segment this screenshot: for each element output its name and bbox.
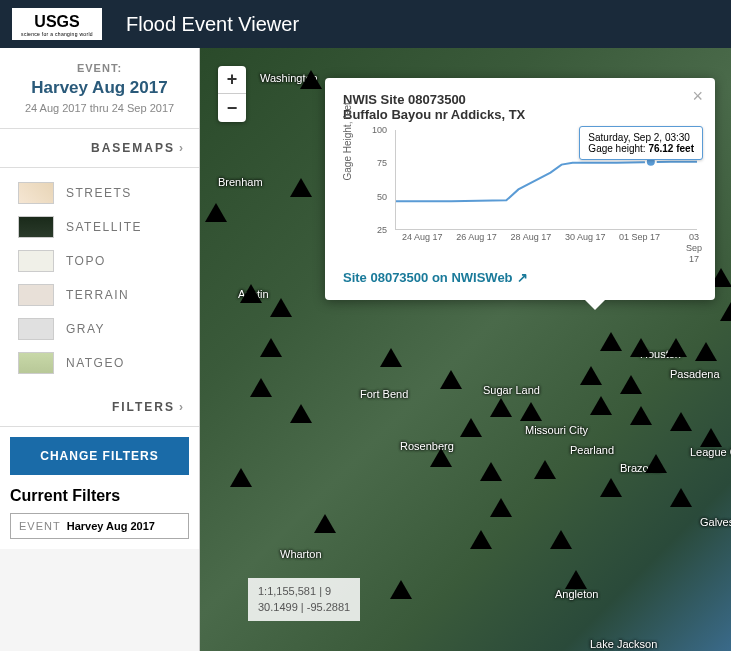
basemap-list: STREETS SATELLITE TOPO TERRAIN GRAY NATG… bbox=[0, 168, 199, 388]
app-header: USGS science for a changing world Flood … bbox=[0, 0, 731, 48]
city-label: Angleton bbox=[555, 588, 598, 600]
swatch-icon bbox=[18, 182, 54, 204]
site-marker-icon[interactable] bbox=[290, 178, 312, 197]
logo-text: USGS bbox=[34, 13, 79, 31]
site-marker-icon[interactable] bbox=[300, 70, 322, 89]
x-ticks: 24 Aug 17 26 Aug 17 28 Aug 17 30 Aug 17 … bbox=[395, 232, 697, 258]
nwisweb-link[interactable]: Site 08073500 on NWISWeb ↗ bbox=[343, 270, 528, 285]
site-marker-icon[interactable] bbox=[230, 468, 252, 487]
popup-subtitle: Buffalo Bayou nr Addicks, TX bbox=[343, 107, 697, 122]
swatch-icon bbox=[18, 284, 54, 306]
site-marker-icon[interactable] bbox=[290, 404, 312, 423]
site-marker-icon[interactable] bbox=[590, 396, 612, 415]
site-marker-icon[interactable] bbox=[670, 412, 692, 431]
site-marker-icon[interactable] bbox=[695, 342, 717, 361]
site-marker-icon[interactable] bbox=[670, 488, 692, 507]
city-label: Sugar Land bbox=[483, 384, 540, 396]
site-marker-icon[interactable] bbox=[630, 338, 652, 357]
basemap-natgeo[interactable]: NATGEO bbox=[0, 346, 199, 380]
current-filters-title: Current Filters bbox=[10, 487, 189, 505]
city-label: Pearland bbox=[570, 444, 614, 456]
city-label: Galveston bbox=[700, 516, 731, 528]
site-marker-icon[interactable] bbox=[520, 402, 542, 421]
city-label: Lake Jackson bbox=[590, 638, 657, 650]
site-marker-icon[interactable] bbox=[565, 570, 587, 589]
zoom-out-button[interactable]: − bbox=[218, 94, 246, 122]
site-marker-icon[interactable] bbox=[620, 375, 642, 394]
site-marker-icon[interactable] bbox=[550, 530, 572, 549]
event-name: Harvey Aug 2017 bbox=[10, 78, 189, 98]
site-marker-icon[interactable] bbox=[430, 448, 452, 467]
app-title: Flood Event Viewer bbox=[126, 13, 299, 36]
city-label: Fort Bend bbox=[360, 388, 408, 400]
zoom-control: + − bbox=[218, 66, 246, 122]
site-marker-icon[interactable] bbox=[580, 366, 602, 385]
site-marker-icon[interactable] bbox=[600, 478, 622, 497]
swatch-icon bbox=[18, 352, 54, 374]
site-marker-icon[interactable] bbox=[390, 580, 412, 599]
event-dates: 24 Aug 2017 thru 24 Sep 2017 bbox=[10, 102, 189, 114]
site-marker-icon[interactable] bbox=[600, 332, 622, 351]
external-link-icon: ↗ bbox=[517, 270, 528, 285]
close-icon[interactable]: × bbox=[692, 86, 703, 107]
site-marker-icon[interactable] bbox=[440, 370, 462, 389]
map-canvas[interactable]: + − Washington Brenham Austin Fort Bend … bbox=[200, 48, 731, 651]
city-label: Pasadena bbox=[670, 368, 720, 380]
logo-tagline: science for a changing world bbox=[21, 31, 93, 37]
basemap-gray[interactable]: GRAY bbox=[0, 312, 199, 346]
site-marker-icon[interactable] bbox=[480, 462, 502, 481]
site-marker-icon[interactable] bbox=[700, 428, 722, 447]
basemap-streets[interactable]: STREETS bbox=[0, 176, 199, 210]
sidebar: EVENT: Harvey Aug 2017 24 Aug 2017 thru … bbox=[0, 48, 200, 651]
event-block: EVENT: Harvey Aug 2017 24 Aug 2017 thru … bbox=[0, 48, 199, 129]
filters-block: CHANGE FILTERS Current Filters EVENT Har… bbox=[0, 427, 199, 549]
swatch-icon bbox=[18, 216, 54, 238]
site-marker-icon[interactable] bbox=[534, 460, 556, 479]
y-axis-label: Gage Height, feet bbox=[342, 102, 353, 180]
chart-tooltip: Saturday, Sep 2, 03:30 Gage height: 76.1… bbox=[579, 126, 703, 160]
coordinate-readout: 1:1,155,581 | 9 30.1499 | -95.2881 bbox=[248, 578, 360, 621]
filter-chip-event[interactable]: EVENT Harvey Aug 2017 bbox=[10, 513, 189, 539]
basemap-topo[interactable]: TOPO bbox=[0, 244, 199, 278]
city-label: Brenham bbox=[218, 176, 263, 188]
site-marker-icon[interactable] bbox=[490, 498, 512, 517]
site-marker-icon[interactable] bbox=[314, 514, 336, 533]
site-marker-icon[interactable] bbox=[380, 348, 402, 367]
chevron-right-icon: › bbox=[179, 400, 185, 414]
site-marker-icon[interactable] bbox=[250, 378, 272, 397]
site-marker-icon[interactable] bbox=[665, 338, 687, 357]
y-ticks: 100 75 50 25 bbox=[367, 130, 391, 230]
swatch-icon bbox=[18, 318, 54, 340]
site-marker-icon[interactable] bbox=[460, 418, 482, 437]
site-marker-icon[interactable] bbox=[470, 530, 492, 549]
change-filters-button[interactable]: CHANGE FILTERS bbox=[10, 437, 189, 475]
usgs-logo: USGS science for a changing world bbox=[12, 8, 102, 40]
zoom-in-button[interactable]: + bbox=[218, 66, 246, 94]
city-label: Missouri City bbox=[525, 424, 588, 436]
site-marker-icon[interactable] bbox=[490, 398, 512, 417]
site-marker-icon[interactable] bbox=[240, 284, 262, 303]
basemap-satellite[interactable]: SATELLITE bbox=[0, 210, 199, 244]
gage-height-chart[interactable]: Gage Height, feet 100 75 50 25 24 A bbox=[367, 130, 697, 260]
popup-tail-icon bbox=[585, 300, 605, 310]
site-marker-icon[interactable] bbox=[205, 203, 227, 222]
chevron-right-icon: › bbox=[179, 141, 185, 155]
site-popup: × ≡ NWIS Site 08073500 Buffalo Bayou nr … bbox=[325, 78, 715, 300]
site-marker-icon[interactable] bbox=[645, 454, 667, 473]
popup-title: NWIS Site 08073500 bbox=[343, 92, 697, 107]
site-marker-icon[interactable] bbox=[270, 298, 292, 317]
event-label: EVENT: bbox=[10, 62, 189, 74]
filters-header[interactable]: FILTERS› bbox=[0, 388, 199, 427]
swatch-icon bbox=[18, 250, 54, 272]
city-label: League City bbox=[690, 446, 731, 458]
basemap-terrain[interactable]: TERRAIN bbox=[0, 278, 199, 312]
basemaps-header[interactable]: BASEMAPS› bbox=[0, 129, 199, 168]
site-marker-icon[interactable] bbox=[260, 338, 282, 357]
site-marker-icon[interactable] bbox=[720, 302, 731, 321]
site-marker-icon[interactable] bbox=[630, 406, 652, 425]
city-label: Wharton bbox=[280, 548, 322, 560]
